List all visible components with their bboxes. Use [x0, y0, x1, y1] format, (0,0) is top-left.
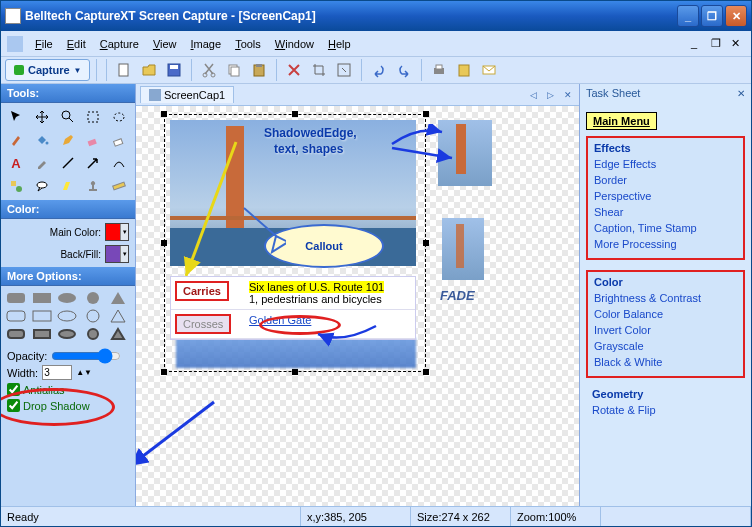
zoom-tool[interactable] [56, 106, 80, 128]
shape-triangle-outline[interactable] [107, 308, 129, 324]
shape-roundrect-thick[interactable] [5, 326, 27, 342]
menu-edit[interactable]: Edit [61, 36, 92, 52]
minimize-button[interactable]: _ [677, 5, 699, 27]
task-link[interactable]: Edge Effects [594, 156, 737, 172]
capture-dot-icon [14, 65, 24, 75]
shape-circle-outline[interactable] [82, 308, 104, 324]
close-button[interactable]: ✕ [725, 5, 747, 27]
task-link[interactable]: Perspective [594, 188, 737, 204]
open-button[interactable] [138, 59, 160, 81]
maximize-button[interactable]: ❐ [701, 5, 723, 27]
save-button[interactable] [163, 59, 185, 81]
capture-label: Capture [28, 64, 70, 76]
more-options-header: More Options: [1, 267, 135, 286]
arrow-tool[interactable] [81, 152, 105, 174]
shape-ellipse-outline[interactable] [56, 308, 78, 324]
main-menu-label: Main Menu [586, 112, 657, 130]
thumb-fade [442, 218, 484, 280]
svg-rect-8 [256, 64, 262, 67]
task-link[interactable]: Invert Color [594, 322, 737, 338]
antialias-checkbox[interactable] [7, 383, 20, 396]
crop-button[interactable] [308, 59, 330, 81]
menu-capture[interactable]: Capture [94, 36, 145, 52]
task-link[interactable]: Caption, Time Stamp [594, 220, 737, 236]
copy-button[interactable] [223, 59, 245, 81]
stamp-tool[interactable] [81, 175, 105, 197]
task-link[interactable]: Color Balance [594, 306, 737, 322]
main-color-swatch[interactable]: ▾ [105, 223, 129, 241]
shape-ellipse-fill[interactable] [56, 290, 78, 306]
move-tool[interactable] [30, 106, 54, 128]
task-link[interactable]: Grayscale [594, 338, 737, 354]
mdi-close[interactable]: ✕ [731, 37, 745, 51]
shadow-annotation-l1: ShadowedEdge, [264, 126, 357, 140]
effects-title: Effects [594, 142, 737, 154]
menu-window[interactable]: Window [269, 36, 320, 52]
curve-tool[interactable] [107, 152, 131, 174]
back-fill-swatch[interactable]: ▾ [105, 245, 129, 263]
menu-tools[interactable]: Tools [229, 36, 267, 52]
cut-button[interactable] [198, 59, 220, 81]
delete-button[interactable] [283, 59, 305, 81]
select-rect-tool[interactable] [81, 106, 105, 128]
menu-view[interactable]: View [147, 36, 183, 52]
task-link[interactable]: Brightness & Contrast [594, 290, 737, 306]
fill-tool[interactable] [30, 129, 54, 151]
shape-rect-fill[interactable] [31, 290, 53, 306]
menu-image[interactable]: Image [185, 36, 228, 52]
shape-rect-outline[interactable] [31, 308, 53, 324]
shape-triangle-thick[interactable] [107, 326, 129, 342]
task-close[interactable]: ✕ [737, 88, 745, 99]
shape-roundrect-fill[interactable] [5, 290, 27, 306]
document-tab[interactable]: ScreenCap1 [140, 86, 234, 103]
tab-prev[interactable]: ◁ [527, 90, 540, 100]
pencil-tool[interactable] [56, 129, 80, 151]
info-table: Carries Six lanes of U.S. Route 101 1, p… [170, 276, 416, 340]
brush-tool[interactable] [4, 129, 28, 151]
mdi-minimize[interactable]: _ [691, 37, 705, 51]
drop-shadow-checkbox[interactable] [7, 399, 20, 412]
opacity-slider[interactable] [51, 350, 121, 362]
task-link[interactable]: Rotate & Flip [592, 402, 739, 418]
redo-button[interactable] [393, 59, 415, 81]
eraser2-tool[interactable] [81, 129, 105, 151]
task-link[interactable]: Shear [594, 204, 737, 220]
task-link[interactable]: Border [594, 172, 737, 188]
svg-point-14 [62, 111, 70, 119]
menu-help[interactable]: Help [322, 36, 357, 52]
select-ellipse-tool[interactable] [107, 106, 131, 128]
shape-tool[interactable] [4, 175, 28, 197]
shape-rect-thick[interactable] [31, 326, 53, 342]
text-tool[interactable]: A [4, 152, 28, 174]
line-tool[interactable] [56, 152, 80, 174]
tab-close[interactable]: ✕ [561, 90, 575, 100]
shape-roundrect-outline[interactable] [5, 308, 27, 324]
callout-tool[interactable] [30, 175, 54, 197]
mdi-restore[interactable]: ❐ [711, 37, 725, 51]
capture-button[interactable]: Capture ▼ [5, 59, 90, 81]
tab-next[interactable]: ▷ [544, 90, 557, 100]
task-link[interactable]: Black & White [594, 354, 737, 370]
eyedropper-tool[interactable] [30, 152, 54, 174]
shape-circle-fill[interactable] [82, 290, 104, 306]
task-link[interactable]: More Processing [594, 236, 737, 252]
measure-tool[interactable] [107, 175, 131, 197]
highlight-tool[interactable] [56, 175, 80, 197]
print-button[interactable] [428, 59, 450, 81]
new-button[interactable] [113, 59, 135, 81]
eraser-tool[interactable] [107, 129, 131, 151]
width-input[interactable] [42, 365, 72, 380]
resize-button[interactable] [333, 59, 355, 81]
canvas[interactable]: ShadowedEdge, text, shapes Callout Carri… [136, 106, 579, 506]
shape-triangle-fill[interactable] [107, 290, 129, 306]
pointer-tool[interactable] [4, 106, 28, 128]
golden-gate-link[interactable]: Golden Gate [249, 314, 311, 326]
undo-button[interactable] [368, 59, 390, 81]
mail-button[interactable] [478, 59, 500, 81]
svg-rect-30 [33, 311, 51, 321]
shape-ellipse-thick[interactable] [56, 326, 78, 342]
paste-button[interactable] [248, 59, 270, 81]
shape-circle-thick[interactable] [82, 326, 104, 342]
clipboard-button[interactable] [453, 59, 475, 81]
menu-file[interactable]: File [29, 36, 59, 52]
